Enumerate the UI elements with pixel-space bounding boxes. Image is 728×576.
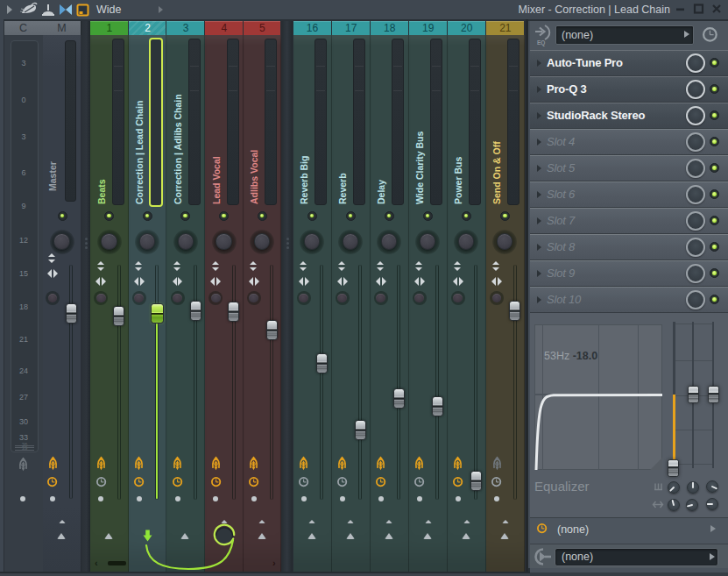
svg-text:EQ: EQ bbox=[537, 39, 545, 46]
